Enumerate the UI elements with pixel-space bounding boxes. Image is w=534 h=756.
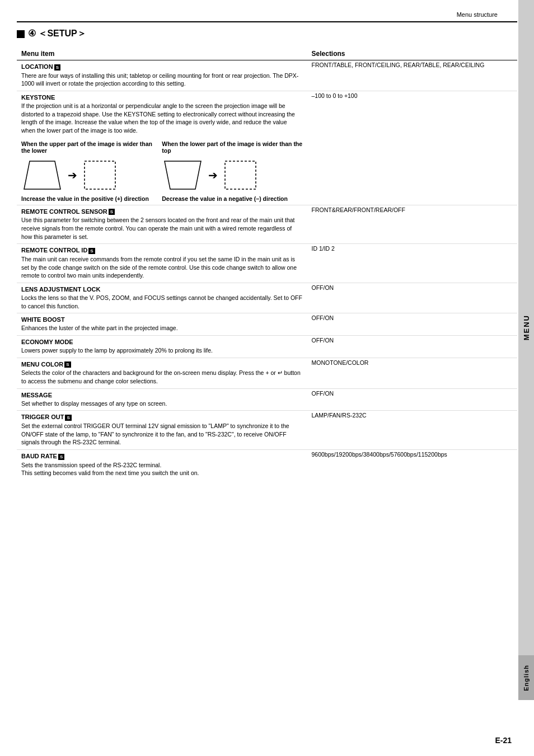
col-header-menuitem: Menu item: [17, 48, 307, 60]
table-row: MENU COLORSSelects the color of the char…: [17, 358, 517, 388]
item-label: MENU COLORS: [21, 361, 303, 368]
selection-cell: FRONT&REAR/FRONT/REAR/OFF: [307, 205, 517, 244]
item-label: MESSAGE: [21, 392, 303, 398]
keystone-right-caption: When the lower part of the image is wide…: [162, 140, 302, 154]
s-badge-icon: S: [58, 454, 64, 460]
menu-label: MENU: [522, 314, 531, 340]
item-desc: Enhances the luster of the white part in…: [21, 324, 303, 332]
side-tab: MENU English: [518, 0, 534, 700]
trapezoid-wide-top-icon: [21, 158, 63, 192]
item-label: BAUD RATES: [21, 453, 303, 460]
item-label: ECONOMY MODE: [21, 339, 303, 345]
item-desc: Use this parameter for switching between…: [21, 216, 303, 241]
header-divider: [17, 21, 517, 22]
menu-item-cell: LOCATIONSThere are four ways of installi…: [17, 60, 307, 91]
item-label: LOCATIONS: [21, 63, 303, 71]
page-container: MENU English Menu structure ④ ＜SETUP＞ Me…: [0, 0, 534, 756]
selection-cell: OFF/ON: [307, 388, 517, 411]
side-tab-english: English: [518, 655, 534, 700]
menu-item-cell: KEYSTONEIf the projection unit is at a h…: [17, 91, 307, 205]
table-row: TRIGGER OUTSSet the external control TRI…: [17, 411, 517, 450]
item-desc: Set the external control TRIGGER OUT ter…: [21, 422, 303, 447]
item-label: REMOTE CONTROL SENSORS: [21, 208, 303, 215]
s-badge-icon: S: [54, 64, 60, 71]
table-row: MESSAGESet whether to display messages o…: [17, 388, 517, 411]
menu-item-cell: MENU COLORSSelects the color of the char…: [17, 358, 307, 388]
main-table: Menu item Selections LOCATIONSThere are …: [17, 48, 517, 480]
keystone-section: When the upper part of the image is wide…: [21, 140, 303, 202]
menu-item-cell: ECONOMY MODELowers power supply to the l…: [17, 336, 307, 358]
selection-cell: OFF/ON: [307, 283, 517, 313]
rect-dashed-icon: [82, 158, 118, 192]
item-desc: Selects the color of the characters and …: [21, 369, 303, 385]
menu-item-cell: WHITE BOOSTEnhances the luster of the wh…: [17, 313, 307, 336]
svg-marker-2: [165, 161, 201, 189]
svg-rect-3: [225, 161, 256, 189]
menu-item-cell: REMOTE CONTROL SENSORSUse this parameter…: [17, 205, 307, 244]
menu-item-cell: LENS ADJUSTMENT LOCKLocks the lens so th…: [17, 283, 307, 313]
menu-item-cell: TRIGGER OUTSSet the external control TRI…: [17, 411, 307, 450]
item-desc: If the projection unit is at a horizonta…: [21, 102, 303, 135]
side-tab-menu: MENU: [518, 0, 534, 655]
table-row: WHITE BOOSTEnhances the luster of the wh…: [17, 313, 517, 336]
table-row: REMOTE CONTROL SENSORSUse this parameter…: [17, 205, 517, 244]
item-desc: The main unit can receive commands from …: [21, 255, 303, 280]
arrow-right-2-icon: ➔: [208, 168, 218, 182]
selection-cell: ID 1/ID 2: [307, 244, 517, 283]
page-title: ④ ＜SETUP＞: [17, 28, 517, 40]
trapezoid-wide-bottom-icon: [162, 158, 204, 192]
rect-dashed-2-icon: [222, 158, 259, 192]
col-header-selections: Selections: [307, 48, 517, 60]
item-label: REMOTE CONTROL IDS: [21, 247, 303, 254]
item-label: LENS ADJUSTMENT LOCK: [21, 286, 303, 293]
keystone-left-caption: When the upper part of the image is wide…: [21, 140, 162, 154]
header-title: Menu structure: [457, 11, 498, 18]
s-badge-icon: S: [65, 415, 71, 421]
table-row: LENS ADJUSTMENT LOCKLocks the lens so th…: [17, 283, 517, 313]
table-row: KEYSTONEIf the projection unit is at a h…: [17, 91, 517, 205]
selection-cell: OFF/ON: [307, 313, 517, 336]
keystone-left-subcaption: Increase the value in the positive (+) d…: [21, 195, 162, 202]
item-label: KEYSTONE: [21, 94, 303, 101]
s-badge-icon: S: [64, 361, 71, 368]
arrow-right-icon: ➔: [68, 168, 77, 182]
table-row: BAUD RATESSets the transmission speed of…: [17, 450, 517, 480]
keystone-right-subcaption: Decrease the value in a negative (–) dir…: [162, 195, 302, 202]
selection-cell: MONOTONE/COLOR: [307, 358, 517, 388]
menu-item-cell: REMOTE CONTROL IDSThe main unit can rece…: [17, 244, 307, 283]
menu-item-cell: MESSAGESet whether to display messages o…: [17, 388, 307, 411]
selection-cell: OFF/ON: [307, 336, 517, 358]
menu-item-cell: BAUD RATESSets the transmission speed of…: [17, 450, 307, 480]
s-badge-icon: S: [88, 248, 95, 254]
item-desc: There are four ways of installing this u…: [21, 72, 303, 88]
table-row: ECONOMY MODELowers power supply to the l…: [17, 336, 517, 358]
s-badge-icon: S: [109, 209, 115, 215]
table-row: REMOTE CONTROL IDSThe main unit can rece…: [17, 244, 517, 283]
selection-cell: LAMP/FAN/RS-232C: [307, 411, 517, 450]
item-desc: Lowers power supply to the lamp by appro…: [21, 346, 303, 355]
title-square-icon: [17, 30, 25, 38]
svg-marker-0: [24, 161, 60, 189]
selection-cell: –100 to 0 to +100: [307, 91, 517, 205]
selection-cell: 9600bps/19200bps/38400bps/57600bps/11520…: [307, 450, 517, 480]
page-header: Menu structure: [17, 11, 517, 18]
english-label: English: [523, 665, 530, 691]
item-label: TRIGGER OUTS: [21, 414, 303, 421]
selection-cell: FRONT/TABLE, FRONT/CEILING, REAR/TABLE, …: [307, 60, 517, 91]
page-number: E-21: [495, 736, 512, 745]
item-desc: Sets the transmission speed of the RS-23…: [21, 461, 303, 477]
item-label: WHITE BOOST: [21, 316, 303, 323]
svg-rect-1: [85, 161, 115, 189]
item-desc: Set whether to display messages of any t…: [21, 400, 303, 408]
title-text: ④ ＜SETUP＞: [28, 28, 86, 40]
item-desc: Locks the lens so that the V. POS, ZOOM,…: [21, 294, 303, 310]
table-row: LOCATIONSThere are four ways of installi…: [17, 60, 517, 91]
